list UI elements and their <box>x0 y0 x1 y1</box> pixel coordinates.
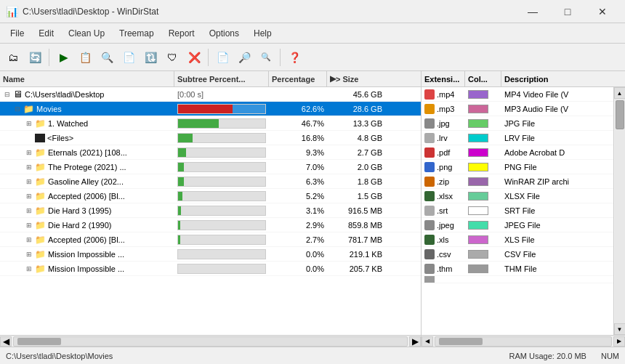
ext-scroll-right[interactable]: ▶ <box>613 336 625 347</box>
col-header-name[interactable]: Name <box>0 71 174 86</box>
list-item[interactable]: .lrv LRV File <box>422 131 613 145</box>
toolbar-scan[interactable]: 🛡 <box>162 47 182 68</box>
menu-options[interactable]: Options <box>202 25 246 41</box>
list-item[interactable]: .mp3 MP3 Audio File (V <box>422 102 613 116</box>
expand-icon[interactable]: ⊞ <box>23 234 35 246</box>
expand-icon[interactable]: ⊞ <box>23 176 35 187</box>
list-item[interactable]: .jpg JPG File <box>422 116 613 131</box>
cell-subtree <box>174 191 269 201</box>
toolbar-refresh[interactable]: 🔄 <box>25 47 45 68</box>
expand-icon[interactable]: ⊞ <box>23 263 35 275</box>
folder-icon: 📁 <box>35 264 46 274</box>
cell-pct: 3.1% <box>269 206 327 215</box>
table-row[interactable]: <Files> 16.8% 4.8 GB <box>0 131 421 145</box>
menu-file[interactable]: File <box>3 25 31 41</box>
list-item[interactable] <box>422 276 613 283</box>
list-item[interactable]: .zip WinRAR ZIP archi <box>422 174 613 189</box>
table-row[interactable]: ⊞ 📁 Accepted (2006) [Bl... 5.2% 1.5 GB <box>0 189 421 203</box>
expand-icon[interactable] <box>23 132 35 144</box>
list-item[interactable]: .jpeg JPEG File <box>422 218 613 232</box>
scroll-left-btn[interactable]: ◀ <box>0 336 12 347</box>
ext-color <box>465 221 501 230</box>
expand-icon[interactable]: ⊞ <box>23 161 35 173</box>
toolbar-help[interactable]: ❓ <box>284 47 305 68</box>
col-header-percentage[interactable]: Percentage <box>269 71 327 86</box>
toolbar-copy[interactable]: 📋 <box>75 47 95 68</box>
expand-icon[interactable]: ⊟ <box>12 103 23 115</box>
toolbar-delete[interactable]: ❌ <box>184 47 204 68</box>
expand-icon[interactable]: ⊞ <box>23 147 35 158</box>
menu-report[interactable]: Report <box>161 25 202 41</box>
table-row[interactable]: ⊞ 📁 The Protege (2021) ... 7.0% 2.0 GB <box>0 160 421 174</box>
scroll-right-btn[interactable]: ▶ <box>409 336 421 347</box>
app-icon: 📊 <box>6 6 18 17</box>
list-item[interactable]: .csv CSV File <box>422 247 613 262</box>
table-row[interactable]: ⊞ 📁 1. Watched 46.7% 13.3 GB <box>0 116 421 131</box>
list-item[interactable]: .xlsx XLSX File <box>422 189 613 203</box>
ext-name: .lrv <box>422 133 465 143</box>
ext-color <box>465 250 501 259</box>
col-header-desc[interactable]: Description <box>501 71 613 86</box>
scroll-down-btn[interactable]: ▼ <box>614 323 626 335</box>
list-item[interactable]: .png PNG File <box>422 160 613 174</box>
list-item[interactable]: .pdf Adobe Acrobat D <box>422 145 613 160</box>
toolbar-find[interactable]: 🔍 <box>97 47 117 68</box>
table-row[interactable]: ⊞ 📁 Eternals (2021) [108... 9.3% 2.7 GB <box>0 145 421 160</box>
scroll-up-btn[interactable]: ▲ <box>614 87 626 99</box>
tree-body[interactable]: ⊟ 🖥 C:\Users\tladi\Desktop [0:00 s] 45.6… <box>0 87 421 335</box>
ext-icon <box>424 147 435 158</box>
minimize-button[interactable]: — <box>516 1 549 23</box>
col-header-size[interactable]: ▶ > Size <box>327 71 385 86</box>
table-row[interactable]: ⊞ 📁 Die Hard 2 (1990) 2.9% 859.8 MB <box>0 218 421 232</box>
ext-horizontal-scrollbar[interactable]: ◀ ▶ <box>422 335 625 347</box>
list-item[interactable]: .mp4 MP4 Video File (V <box>422 87 613 102</box>
expand-icon[interactable]: ⊞ <box>23 219 35 231</box>
menu-edit[interactable]: Edit <box>31 25 61 41</box>
horizontal-scrollbar[interactable]: ◀ ▶ <box>0 335 421 347</box>
toolbar-open[interactable]: 🗂 <box>3 47 23 68</box>
expand-icon[interactable]: ⊞ <box>23 190 35 202</box>
menu-treemap[interactable]: Treemap <box>112 25 161 41</box>
color-swatch <box>468 119 488 128</box>
ext-desc: XLSX File <box>501 192 613 201</box>
expand-icon[interactable]: ⊞ <box>23 205 35 217</box>
ext-header: Extensi... Col... Description <box>422 71 625 87</box>
toolbar-reload[interactable]: 🔃 <box>140 47 161 68</box>
scroll-track[interactable] <box>615 99 625 323</box>
toolbar-run[interactable]: ▶ <box>53 47 73 68</box>
col-header-subtree[interactable]: Subtree Percent... <box>174 71 269 86</box>
table-row[interactable]: ⊞ 📁 Gasoline Alley (202... 6.3% 1.8 GB <box>0 174 421 189</box>
toolbar-file[interactable]: 📄 <box>212 47 233 68</box>
list-item[interactable]: .thm THM File <box>422 262 613 276</box>
bar-fill <box>178 177 184 186</box>
vertical-scrollbar[interactable]: ▲ ▼ <box>613 87 625 335</box>
scrollbar-thumb[interactable] <box>17 338 61 345</box>
expand-icon[interactable]: ⊞ <box>23 248 35 260</box>
scrollbar-track[interactable] <box>13 336 408 347</box>
list-item[interactable]: .srt SRT File <box>422 203 613 218</box>
col-header-color[interactable]: Col... <box>465 71 501 86</box>
table-row[interactable]: ⊞ 📁 Mission Impossible ... 0.0% 219.1 KB <box>0 247 421 262</box>
table-row[interactable]: ⊞ 📁 Mission Impossible ... 0.0% 205.7 KB <box>0 262 421 276</box>
table-row[interactable]: ⊞ 📁 Accepted (2006) [Bl... 2.7% 781.7 MB <box>0 232 421 247</box>
scroll-thumb[interactable] <box>616 100 624 129</box>
expand-icon[interactable]: ⊞ <box>23 118 35 129</box>
maximize-button[interactable]: □ <box>551 1 584 23</box>
ext-body[interactable]: .mp4 MP4 Video File (V .mp3 <box>422 87 613 335</box>
close-button[interactable]: ✕ <box>586 1 619 23</box>
toolbar-zoom-out[interactable]: 🔍 <box>256 47 276 68</box>
table-row[interactable]: ⊟ 📁 Movies 62.6% 28.6 GB <box>0 102 421 116</box>
col-header-ext[interactable]: Extensi... <box>422 71 465 86</box>
table-row[interactable]: ⊟ 🖥 C:\Users\tladi\Desktop [0:00 s] 45.6… <box>0 87 421 102</box>
titlebar: 📊 C:\Users\tladi\Desktop - WinDirStat — … <box>0 0 625 23</box>
menu-help[interactable]: Help <box>246 25 279 41</box>
table-row[interactable]: ⊞ 📁 Die Hard 3 (1995) 3.1% 916.5 MB <box>0 203 421 218</box>
ext-scrollbar-thumb[interactable] <box>439 338 483 345</box>
ext-scrollbar-track[interactable] <box>435 336 612 347</box>
toolbar-view[interactable]: 📄 <box>118 47 139 68</box>
expand-icon[interactable]: ⊟ <box>1 89 13 100</box>
list-item[interactable]: .xls XLS File <box>422 232 613 247</box>
ext-scroll-left[interactable]: ◀ <box>422 336 433 347</box>
menu-cleanup[interactable]: Clean Up <box>61 25 112 41</box>
toolbar-zoom-in[interactable]: 🔎 <box>234 47 254 68</box>
